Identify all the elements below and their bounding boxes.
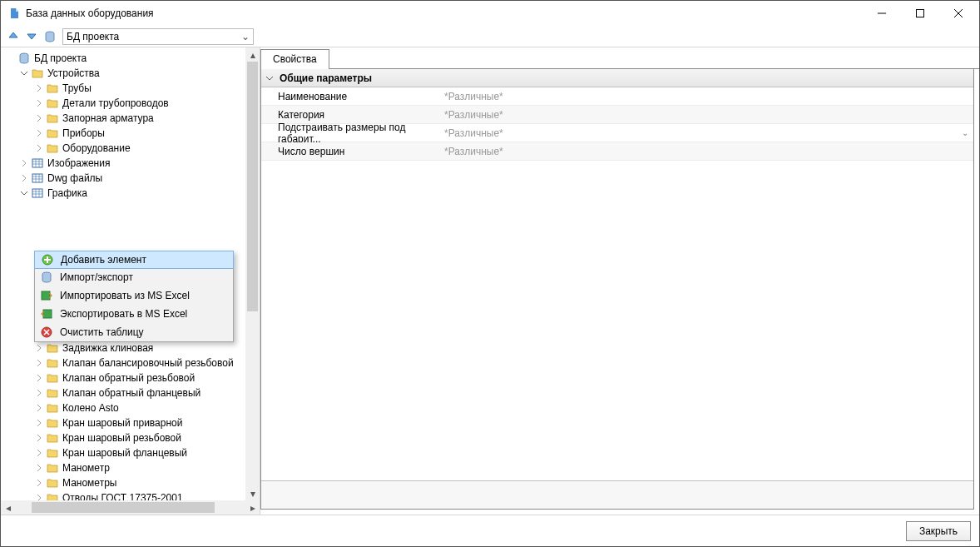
maximize-button[interactable]: [901, 1, 939, 26]
minimize-button[interactable]: [863, 1, 901, 26]
down-arrow-button[interactable]: [24, 29, 39, 44]
expander-closed-icon[interactable]: [34, 343, 44, 353]
database-icon: [40, 271, 53, 284]
expander-closed-icon[interactable]: [19, 173, 29, 183]
expander-closed-icon[interactable]: [34, 448, 44, 458]
ctx-label: Добавить элемент: [61, 254, 146, 266]
up-arrow-button[interactable]: [6, 29, 21, 44]
tree-node[interactable]: Клапан обратный фланцевый: [1, 385, 260, 400]
database-button[interactable]: [42, 29, 57, 44]
tree-node[interactable]: Приборы: [1, 126, 260, 141]
expander-open-icon[interactable]: [265, 73, 275, 83]
prop-value-dropdown[interactable]: *Различные*⌄: [441, 127, 973, 139]
expander-closed-icon[interactable]: [34, 418, 44, 428]
expander-closed-icon[interactable]: [19, 158, 29, 168]
horizontal-scrollbar[interactable]: ◂ ▸: [1, 500, 260, 515]
tree-node[interactable]: Клапан балансировочный резьбовой: [1, 356, 260, 370]
expander-closed-icon[interactable]: [34, 403, 44, 413]
ctx-label: Импортировать из MS Excel: [60, 290, 190, 301]
expander-closed-icon[interactable]: [34, 478, 44, 488]
tree-node[interactable]: Запорная арматура: [1, 111, 260, 126]
tree-node[interactable]: Трубы: [1, 81, 260, 96]
ctx-export-excel[interactable]: Экспортировать в MS Excel: [35, 305, 233, 323]
prop-value[interactable]: *Различные*: [441, 146, 973, 157]
scroll-up-icon[interactable]: ▴: [245, 47, 260, 62]
expander-open-icon[interactable]: [19, 188, 29, 198]
prop-name: Число вершин: [261, 146, 441, 157]
close-window-button[interactable]: [939, 1, 978, 26]
scroll-right-icon[interactable]: ▸: [245, 500, 260, 515]
tree-node[interactable]: Оборудование: [1, 141, 260, 156]
scroll-track[interactable]: [245, 62, 260, 486]
tree-node[interactable]: Задвижка клиновая: [1, 341, 260, 356]
prop-value[interactable]: *Различные*: [441, 91, 973, 102]
chevron-down-icon: ⌄: [962, 128, 968, 137]
context-menu: Добавить элемент Импорт/экспорт Импортир…: [34, 251, 234, 342]
expander-closed-icon[interactable]: [34, 373, 44, 383]
vertical-scrollbar[interactable]: ▴ ▾: [245, 47, 260, 500]
ctx-import-export[interactable]: Импорт/экспорт: [35, 268, 233, 286]
tree-node[interactable]: Манометры: [1, 475, 260, 490]
tree-node-dwg[interactable]: Dwg файлы: [1, 171, 260, 186]
expander-closed-icon[interactable]: [34, 463, 44, 473]
tree-node[interactable]: Клапан обратный резьбовой: [1, 370, 260, 385]
tree-node[interactable]: Кран шаровый приварной: [1, 415, 260, 430]
ctx-label: Очистить таблицу: [60, 326, 144, 338]
prop-row[interactable]: Число вершин *Различные*: [261, 142, 973, 161]
scroll-down-icon[interactable]: ▾: [245, 486, 260, 500]
tree-node-images[interactable]: Изображения: [1, 156, 260, 171]
add-icon: [41, 253, 54, 266]
expander-closed-icon[interactable]: [34, 493, 44, 500]
tree-node[interactable]: Кран шаровый фланцевый: [1, 445, 260, 460]
svg-rect-5: [32, 189, 42, 197]
ctx-add-element[interactable]: Добавить элемент: [34, 251, 234, 269]
prop-value[interactable]: *Различные*: [441, 109, 973, 121]
window-title: База данных оборудования: [26, 7, 863, 19]
expander-closed-icon[interactable]: [34, 98, 44, 108]
ctx-clear-table[interactable]: Очистить таблицу: [35, 323, 233, 341]
ctx-import-excel[interactable]: Импортировать из MS Excel: [35, 286, 233, 305]
database-icon: [17, 52, 31, 65]
footer: Закрыть: [1, 515, 979, 546]
prop-row[interactable]: Подстраивать размеры под габарит... *Раз…: [261, 124, 973, 142]
tree-node[interactable]: Манометр: [1, 460, 260, 475]
property-grid: Общие параметры Наименование *Различные*…: [260, 69, 974, 510]
close-button[interactable]: Закрыть: [906, 521, 971, 541]
expander-closed-icon[interactable]: [34, 83, 44, 93]
svg-rect-8: [42, 291, 50, 300]
expander-closed-icon[interactable]: [34, 433, 44, 443]
folder-icon: [46, 341, 59, 355]
svg-rect-3: [32, 159, 42, 167]
expander-open-icon[interactable]: [19, 68, 29, 78]
project-db-combo[interactable]: БД проекта ⌄: [62, 28, 254, 45]
expander-closed-icon[interactable]: [34, 128, 44, 138]
folder-icon: [46, 97, 59, 110]
titlebar: База данных оборудования: [1, 1, 979, 26]
ctx-label: Экспортировать в MS Excel: [60, 308, 187, 320]
folder-icon: [46, 431, 59, 445]
tree-root[interactable]: БД проекта: [1, 51, 260, 66]
prop-name: Категория: [261, 109, 441, 121]
expander-closed-icon[interactable]: [34, 143, 44, 153]
scroll-left-icon[interactable]: ◂: [1, 500, 15, 515]
prop-row[interactable]: Наименование *Различные*: [261, 87, 973, 106]
tree-node-devices[interactable]: Устройства: [1, 66, 260, 81]
scroll-track[interactable]: [15, 500, 245, 515]
expander-closed-icon[interactable]: [34, 358, 44, 368]
expander-closed-icon[interactable]: [34, 388, 44, 398]
property-group-header[interactable]: Общие параметры: [261, 69, 973, 87]
scroll-thumb[interactable]: [32, 502, 215, 513]
tree-node[interactable]: Детали трубопроводов: [1, 96, 260, 111]
svg-rect-0: [917, 10, 924, 17]
tree-node[interactable]: Отводы ГОСТ 17375-2001: [1, 490, 260, 500]
tree-node[interactable]: Кран шаровый резьбовой: [1, 430, 260, 445]
tree-node[interactable]: Колено Asto: [1, 400, 260, 415]
folder-icon: [46, 371, 59, 385]
table-icon: [31, 157, 44, 170]
expander-closed-icon[interactable]: [34, 113, 44, 123]
tree-node-graphics[interactable]: Графика: [1, 186, 260, 201]
folder-icon: [46, 112, 59, 125]
folder-icon: [46, 476, 59, 490]
tab-properties[interactable]: Свойства: [260, 49, 329, 69]
scroll-thumb[interactable]: [247, 62, 258, 311]
